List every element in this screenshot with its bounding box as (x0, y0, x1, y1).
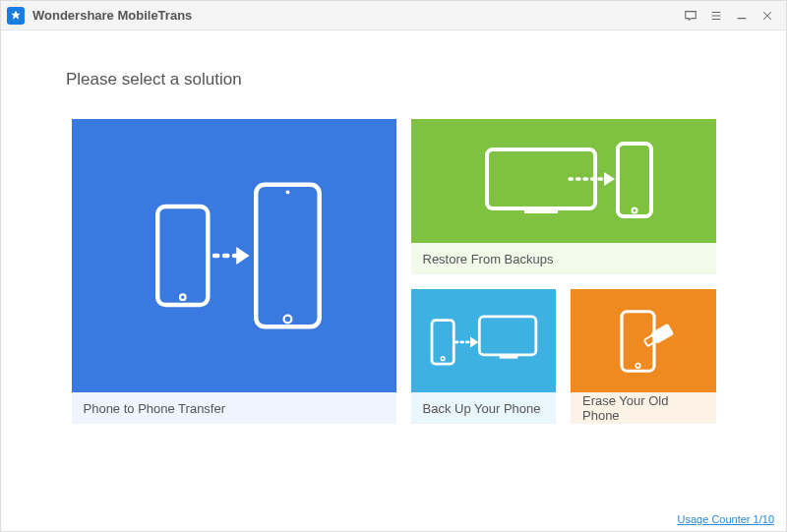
tile-label: Restore From Backups (411, 243, 716, 274)
svg-point-9 (632, 208, 636, 213)
app-logo-icon (7, 7, 25, 25)
restore-icon (411, 119, 716, 243)
svg-point-12 (442, 356, 446, 360)
svg-point-3 (283, 316, 291, 324)
tile-label: Back Up Your Phone (411, 392, 557, 424)
tile-phone-to-phone[interactable]: Phone to Phone Transfer (72, 119, 396, 424)
tile-label: Erase Your Old Phone (571, 392, 716, 424)
usage-counter-link[interactable]: Usage Counter 1/10 (678, 513, 774, 525)
feedback-icon[interactable] (678, 5, 703, 27)
tile-label: Phone to Phone Transfer (72, 392, 396, 424)
backup-icon (411, 289, 557, 392)
tile-restore[interactable]: Restore From Backups (411, 119, 716, 274)
svg-rect-7 (524, 208, 558, 213)
close-button[interactable] (755, 5, 780, 27)
tile-backup[interactable]: Back Up Your Phone (411, 289, 557, 424)
svg-rect-0 (157, 207, 208, 305)
svg-point-17 (636, 363, 640, 368)
svg-rect-11 (432, 320, 454, 364)
svg-rect-13 (480, 316, 537, 354)
app-title: Wondershare MobileTrans (32, 8, 192, 23)
tile-subgrid: Back Up Your Phone Erase Your Old Phone (411, 289, 716, 424)
main-content: Please select a solution Phone to Phone … (1, 30, 786, 531)
svg-point-2 (285, 191, 289, 195)
svg-rect-16 (622, 311, 654, 371)
page-heading: Please select a solution (66, 70, 721, 89)
svg-rect-1 (256, 185, 319, 326)
svg-rect-14 (500, 354, 518, 358)
minimize-button[interactable] (729, 5, 755, 27)
titlebar: Wondershare MobileTrans (1, 1, 786, 30)
phone-to-phone-icon (72, 119, 396, 392)
svg-rect-8 (618, 144, 651, 216)
svg-point-4 (180, 294, 186, 300)
tile-erase[interactable]: Erase Your Old Phone (571, 289, 716, 424)
tile-grid: Phone to Phone Transfer Restore From Bac… (66, 119, 721, 424)
erase-icon (571, 289, 716, 392)
menu-icon[interactable] (703, 5, 729, 27)
